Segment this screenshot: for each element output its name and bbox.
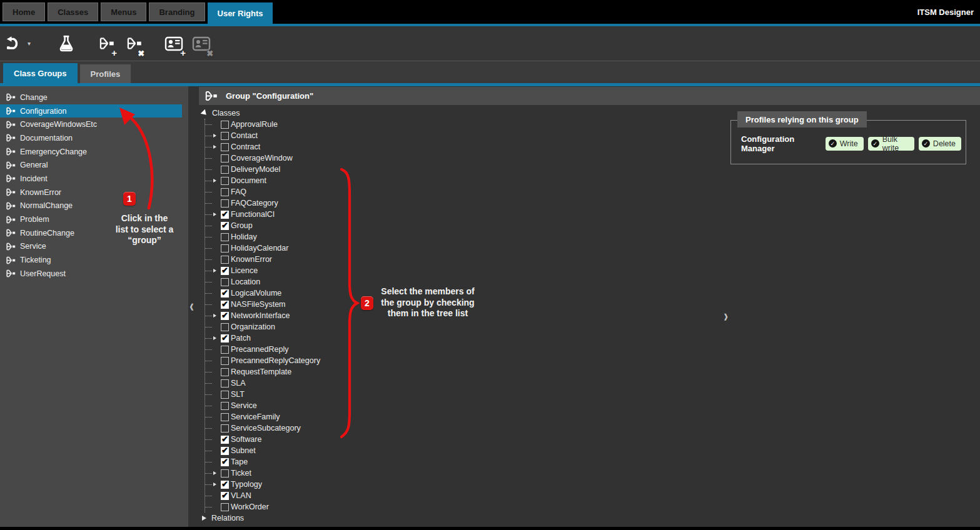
class-checkbox[interactable] — [221, 357, 229, 365]
tree-row-approvalrule[interactable]: ApprovalRule — [205, 119, 320, 130]
sidebar-item-ticketing[interactable]: Ticketing — [0, 253, 182, 267]
expand-arrow-icon[interactable] — [213, 145, 216, 149]
class-checkbox[interactable] — [221, 458, 229, 466]
class-checkbox[interactable] — [221, 503, 229, 511]
class-checkbox[interactable] — [221, 278, 229, 286]
nav-tab-branding[interactable]: Branding — [149, 2, 205, 21]
tree-row-software[interactable]: Software — [205, 434, 320, 445]
class-checkbox[interactable] — [221, 323, 229, 331]
class-checkbox[interactable] — [221, 199, 229, 208]
class-checkbox[interactable] — [221, 481, 229, 489]
subtab-class-groups[interactable]: Class Groups — [3, 63, 78, 83]
tree-row-subnet[interactable]: Subnet — [205, 445, 320, 456]
expand-arrow-icon[interactable] — [213, 212, 216, 216]
undo-button[interactable] — [5, 31, 24, 56]
class-checkbox[interactable] — [221, 436, 229, 444]
class-checkbox[interactable] — [221, 447, 229, 455]
tree-row-ticket[interactable]: Ticket — [205, 468, 320, 479]
sidebar-item-coveragewindowsetc[interactable]: CoverageWindowsEtc — [0, 118, 182, 131]
class-checkbox[interactable] — [221, 334, 229, 342]
tree-row-deliverymodel[interactable]: DeliveryModel — [205, 164, 320, 175]
sidebar-item-userrequest[interactable]: UserRequest — [0, 267, 182, 281]
tree-row-nasfilesystem[interactable]: NASFileSystem — [205, 299, 320, 310]
class-checkbox[interactable] — [221, 121, 229, 129]
tree-row-document[interactable]: Document — [205, 175, 320, 186]
class-checkbox[interactable] — [221, 469, 229, 478]
expand-arrow-icon[interactable] — [213, 471, 216, 475]
nav-tab-user-rights[interactable]: User Rights — [208, 2, 273, 24]
undo-dropdown-button[interactable]: ▾ — [25, 31, 31, 56]
tree-row-coveragewindow[interactable]: CoverageWindow — [205, 152, 320, 164]
sidebar-item-emergencychange[interactable]: EmergencyChange — [0, 145, 182, 159]
class-checkbox[interactable] — [221, 301, 229, 309]
sidebar-item-knownerror[interactable]: KnownError — [0, 186, 182, 199]
nav-tab-menus[interactable]: Menus — [101, 2, 146, 21]
expand-arrow-icon[interactable] — [213, 336, 216, 340]
class-checkbox[interactable] — [221, 402, 229, 410]
class-checkbox[interactable] — [221, 132, 229, 140]
tree-row-holidaycalendar[interactable]: HolidayCalendar — [205, 242, 320, 254]
tree-row-requesttemplate[interactable]: RequestTemplate — [205, 366, 320, 378]
class-checkbox[interactable] — [221, 492, 229, 500]
tree-row-vlan[interactable]: VLAN — [205, 490, 320, 501]
class-checkbox[interactable] — [221, 143, 229, 151]
tree-row-contract[interactable]: Contract — [205, 141, 320, 152]
class-checkbox[interactable] — [221, 413, 229, 421]
tree-row-service[interactable]: Service — [205, 400, 320, 411]
class-checkbox[interactable] — [221, 244, 229, 252]
tree-row-sla[interactable]: SLA — [205, 378, 320, 389]
class-checkbox[interactable] — [221, 256, 229, 264]
class-checkbox[interactable] — [221, 222, 229, 230]
sidebar-item-incident[interactable]: Incident — [0, 172, 182, 186]
tree-row-location[interactable]: Location — [205, 276, 320, 288]
test-mode-button[interactable] — [58, 31, 74, 56]
expand-arrow-icon[interactable] — [213, 314, 216, 318]
tree-root-relations[interactable]: Relations — [201, 512, 320, 524]
tree-row-group[interactable]: Group — [205, 220, 320, 231]
collapse-icon[interactable] — [201, 109, 209, 118]
subtab-profiles[interactable]: Profiles — [80, 64, 131, 83]
expand-arrow-icon[interactable] — [213, 134, 216, 138]
sidebar-item-configuration[interactable]: Configuration — [0, 104, 182, 118]
tree-row-precannedreply[interactable]: PrecannedReply — [205, 344, 320, 355]
tree-row-faq[interactable]: FAQ — [205, 186, 320, 198]
class-checkbox[interactable] — [221, 379, 229, 388]
tree-row-servicesubcategory[interactable]: ServiceSubcategory — [205, 422, 320, 434]
class-checkbox[interactable] — [221, 166, 229, 174]
class-checkbox[interactable] — [221, 188, 229, 196]
add-profile-button[interactable]: + — [164, 31, 183, 56]
class-checkbox[interactable] — [221, 177, 229, 185]
class-checkbox[interactable] — [221, 289, 229, 298]
class-checkbox[interactable] — [221, 267, 229, 275]
class-checkbox[interactable] — [221, 211, 229, 219]
sidebar-item-change[interactable]: Change — [0, 91, 182, 104]
tree-root-classes[interactable]: Classes — [201, 108, 320, 119]
add-class-group-button[interactable]: + — [99, 31, 114, 56]
nav-tab-classes[interactable]: Classes — [48, 2, 98, 21]
class-checkbox[interactable] — [221, 346, 229, 354]
tree-row-slt[interactable]: SLT — [205, 389, 320, 400]
class-checkbox[interactable] — [221, 424, 229, 432]
tree-row-precannedreplycategory[interactable]: PrecannedReplyCategory — [205, 355, 320, 366]
tree-row-workorder[interactable]: WorkOrder — [205, 501, 320, 512]
tree-row-functionalci[interactable]: FunctionalCI — [205, 209, 320, 220]
tree-row-logicalvolume[interactable]: LogicalVolume — [205, 288, 320, 299]
class-checkbox[interactable] — [221, 154, 229, 162]
class-checkbox[interactable] — [221, 312, 229, 320]
class-checkbox[interactable] — [221, 368, 229, 376]
tree-row-typology[interactable]: Typology — [205, 479, 320, 490]
sidebar-item-documentation[interactable]: Documentation — [0, 131, 182, 145]
expand-arrow-icon[interactable] — [213, 482, 216, 486]
class-checkbox[interactable] — [221, 391, 229, 399]
tree-row-holiday[interactable]: Holiday — [205, 231, 320, 242]
expand-panel-icon[interactable]: ❱ — [723, 313, 729, 320]
collapse-sidebar-icon[interactable]: ❰ — [189, 303, 194, 310]
expand-icon[interactable] — [202, 516, 206, 521]
expand-arrow-icon[interactable] — [213, 179, 216, 182]
sidebar-item-normalchange[interactable]: NormalChange — [0, 199, 182, 213]
tree-row-networkinterface[interactable]: NetworkInterface — [205, 310, 320, 321]
nav-tab-home[interactable]: Home — [3, 2, 45, 21]
expand-arrow-icon[interactable] — [213, 269, 216, 272]
tree-row-knownerror[interactable]: KnownError — [205, 254, 320, 265]
tree-row-patch[interactable]: Patch — [205, 332, 320, 344]
